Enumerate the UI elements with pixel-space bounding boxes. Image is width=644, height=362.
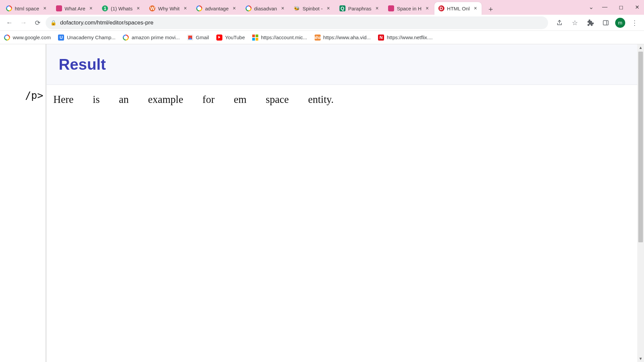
bookmark-label: Gmail	[196, 35, 209, 40]
browser-toolbar: ← → ⟳ 🔒 dofactory.com/html/editor/spaces…	[0, 15, 644, 31]
result-panel: Result Here is an example for em space e…	[46, 44, 644, 362]
tab-favicon	[196, 5, 202, 11]
bookmark-label: amazon prime movi...	[131, 35, 179, 40]
tab-favicon: W	[149, 5, 155, 11]
tab-3[interactable]: W Why Whit ×	[145, 2, 192, 15]
address-bar[interactable]: 🔒 dofactory.com/html/editor/spaces-pre	[46, 16, 548, 29]
microsoft-icon	[252, 35, 258, 41]
tab-label: advantage	[205, 6, 228, 11]
bookmark-item[interactable]: www.google.com	[4, 35, 51, 41]
tab-favicon: 1	[102, 5, 108, 11]
tab-5[interactable]: diasadvan ×	[241, 2, 289, 15]
close-icon[interactable]: ×	[374, 5, 380, 11]
page-content: /p> Result Here is an example for em spa…	[0, 44, 644, 362]
bookmark-item[interactable]: Gmail	[187, 35, 209, 41]
tab-label: Space in H	[397, 6, 421, 11]
tab-favicon: D	[438, 5, 444, 11]
close-icon[interactable]: ×	[424, 5, 430, 11]
youtube-icon	[216, 35, 222, 41]
editor-panel[interactable]: /p>	[0, 44, 45, 362]
bookmark-favicon	[4, 35, 10, 41]
close-icon[interactable]: ×	[325, 5, 331, 11]
close-icon[interactable]: ×	[135, 5, 141, 11]
svg-rect-0	[603, 20, 608, 25]
tab-label: What Are	[65, 6, 86, 11]
tab-favicon: Q	[339, 5, 345, 11]
bookmark-item[interactable]: U Unacademy Champ...	[58, 35, 115, 41]
tab-4[interactable]: advantage ×	[192, 2, 240, 15]
tab-8[interactable]: Space in H ×	[384, 2, 433, 15]
bookmark-item[interactable]: amazon prime movi...	[123, 35, 179, 41]
tab-0[interactable]: html space ×	[2, 2, 51, 15]
bookmark-item[interactable]: YouTube	[216, 35, 245, 41]
window-controls: ⌄ — ◻ ✕	[589, 2, 642, 12]
share-icon[interactable]	[553, 17, 566, 29]
tab-7[interactable]: Q Paraphras ×	[335, 2, 383, 15]
result-text: Here is an example for em space entity.	[53, 94, 637, 106]
url-text: dofactory.com/html/editor/spaces-pre	[60, 19, 153, 26]
netflix-icon: N	[378, 35, 384, 41]
aha-icon: aha	[315, 35, 321, 41]
tab-favicon	[6, 5, 12, 11]
new-tab-button[interactable]: ＋	[485, 3, 496, 15]
tab-label: Spinbot -	[303, 6, 323, 11]
bookmark-item[interactable]: https://account.mic...	[252, 35, 307, 41]
code-fragment: /p>	[25, 89, 45, 101]
extensions-icon[interactable]	[584, 17, 596, 29]
browser-tabstrip: html space × What Are × 1 (1) Whats × W …	[0, 0, 644, 15]
tab-favicon: 🐝	[294, 5, 300, 11]
bookmarks-bar: www.google.com U Unacademy Champ... amaz…	[0, 31, 644, 44]
bookmark-label: https://www.aha.vid...	[323, 35, 371, 40]
tab-favicon	[246, 5, 252, 11]
lock-icon: 🔒	[50, 20, 57, 26]
tab-label: Paraphras	[348, 6, 371, 11]
back-button[interactable]: ←	[3, 17, 15, 29]
bookmark-label: https://www.netflix....	[387, 35, 433, 40]
toolbar-right: ☆ m ⋮	[553, 17, 641, 29]
scroll-thumb[interactable]	[638, 52, 643, 242]
tab-9-active[interactable]: D HTML Onl ×	[434, 2, 482, 15]
tab-2[interactable]: 1 (1) Whats ×	[98, 2, 145, 15]
tab-6[interactable]: 🐝 Spinbot - ×	[290, 2, 335, 15]
close-icon[interactable]: ×	[182, 5, 188, 11]
kebab-menu-icon[interactable]: ⋮	[629, 17, 641, 29]
scrollbar-vertical[interactable]: ▲ ▼	[637, 44, 644, 362]
gmail-icon	[187, 35, 193, 41]
bookmark-favicon	[123, 35, 129, 41]
result-header: Result	[47, 44, 644, 84]
profile-avatar[interactable]: m	[615, 18, 625, 28]
close-icon[interactable]: ×	[280, 5, 286, 11]
scroll-up-icon[interactable]: ▲	[637, 44, 644, 51]
scroll-down-icon[interactable]: ▼	[637, 355, 644, 362]
tab-label: diasadvan	[254, 6, 277, 11]
forward-button[interactable]: →	[17, 17, 30, 29]
tab-label: html space	[15, 6, 39, 11]
bookmark-item[interactable]: aha https://www.aha.vid...	[315, 35, 371, 41]
result-body: Here is an example for em space entity.	[47, 84, 644, 362]
tab-label: Why Whit	[158, 6, 179, 11]
tab-favicon	[388, 5, 394, 11]
maximize-icon[interactable]: ◻	[616, 2, 626, 12]
close-icon[interactable]: ×	[42, 5, 48, 11]
bookmark-label: https://account.mic...	[261, 35, 307, 40]
bookmark-star-icon[interactable]: ☆	[569, 17, 581, 29]
tab-label: HTML Onl	[447, 6, 470, 11]
bookmark-item[interactable]: N https://www.netflix....	[378, 35, 433, 41]
tab-favicon	[56, 5, 62, 11]
tab-label: (1) Whats	[111, 6, 132, 11]
close-icon[interactable]: ×	[472, 5, 478, 11]
reload-button[interactable]: ⟳	[32, 17, 44, 29]
close-icon[interactable]: ×	[88, 5, 94, 11]
close-icon[interactable]: ×	[231, 5, 237, 11]
bookmark-label: YouTube	[225, 35, 245, 40]
tab-1[interactable]: What Are ×	[52, 2, 98, 15]
bookmark-favicon: U	[58, 35, 64, 41]
bookmark-label: Unacademy Champ...	[67, 35, 115, 40]
tab-search-icon[interactable]: ⌄	[589, 3, 594, 11]
bookmark-label: www.google.com	[13, 35, 51, 40]
result-heading: Result	[59, 55, 106, 73]
close-window-icon[interactable]: ✕	[632, 2, 642, 12]
sidepanel-icon[interactable]	[600, 17, 612, 29]
minimize-icon[interactable]: —	[600, 2, 610, 12]
